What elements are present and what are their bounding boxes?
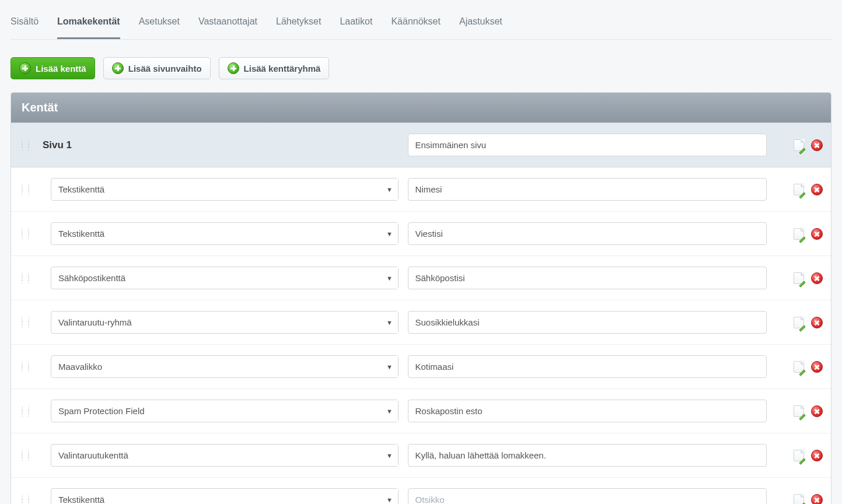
delete-icon[interactable] bbox=[811, 228, 823, 240]
row-actions bbox=[776, 228, 823, 240]
row-actions bbox=[776, 361, 823, 373]
fields-panel: Kentät ⋮⋮⋮⋮⋮⋮ Sivu 1 ⋮⋮⋮⋮⋮⋮Tekstikenttä▼… bbox=[11, 92, 831, 504]
page-row: ⋮⋮⋮⋮⋮⋮ Sivu 1 bbox=[11, 123, 831, 167]
tab-lomakekentät[interactable]: Lomakekentät bbox=[57, 16, 120, 39]
delete-icon[interactable] bbox=[811, 139, 823, 151]
toolbar: Lisää kenttä Lisää sivunvaihto Lisää ken… bbox=[11, 40, 831, 92]
tab-käännökset[interactable]: Käännökset bbox=[391, 16, 441, 39]
tab-asetukset[interactable]: Asetukset bbox=[139, 16, 180, 39]
edit-icon[interactable] bbox=[794, 272, 804, 284]
edit-icon[interactable] bbox=[794, 228, 804, 240]
tab-vastaanottajat[interactable]: Vastaanottajat bbox=[198, 16, 257, 39]
field-row: ⋮⋮⋮⋮⋮⋮Tekstikenttä▼ bbox=[11, 212, 831, 256]
field-type-select[interactable]: Maavalikko bbox=[51, 355, 399, 378]
field-type-select[interactable]: Sähköpostikenttä bbox=[51, 267, 399, 289]
field-label-input[interactable] bbox=[408, 222, 767, 245]
field-label-input[interactable] bbox=[408, 267, 767, 289]
field-type-select[interactable]: Tekstikenttä bbox=[51, 488, 399, 504]
field-row: ⋮⋮⋮⋮⋮⋮Valintaruutukenttä▼ bbox=[11, 433, 831, 478]
delete-icon[interactable] bbox=[811, 405, 823, 417]
edit-icon[interactable] bbox=[794, 450, 804, 461]
field-row: ⋮⋮⋮⋮⋮⋮Spam Protection Field▼ bbox=[11, 389, 831, 433]
page-label: Sivu 1 bbox=[39, 139, 399, 151]
drag-handle-icon[interactable]: ⋮⋮⋮⋮⋮⋮ bbox=[19, 495, 26, 504]
field-row: ⋮⋮⋮⋮⋮⋮Tekstikenttä▼ bbox=[11, 478, 831, 504]
drag-handle-icon[interactable]: ⋮⋮⋮⋮⋮⋮ bbox=[19, 141, 26, 149]
plus-icon bbox=[228, 62, 239, 74]
drag-handle-icon[interactable]: ⋮⋮⋮⋮⋮⋮ bbox=[19, 362, 26, 371]
tab-lähetykset[interactable]: Lähetykset bbox=[276, 16, 321, 39]
row-actions bbox=[776, 494, 823, 505]
tab-laatikot[interactable]: Laatikot bbox=[340, 16, 372, 39]
drag-handle-icon[interactable]: ⋮⋮⋮⋮⋮⋮ bbox=[19, 451, 26, 460]
row-actions bbox=[776, 405, 823, 417]
field-label-input[interactable] bbox=[408, 311, 767, 334]
add-field-button[interactable]: Lisää kenttä bbox=[11, 57, 95, 79]
field-label-input[interactable] bbox=[408, 444, 767, 467]
field-type-select[interactable]: Valintaruutukenttä bbox=[51, 444, 399, 467]
edit-icon[interactable] bbox=[794, 494, 804, 505]
field-type-select[interactable]: Valintaruutu-ryhmä bbox=[51, 311, 399, 334]
add-pagebreak-button[interactable]: Lisää sivunvaihto bbox=[103, 57, 211, 79]
tab-sisältö[interactable]: Sisältö bbox=[11, 16, 39, 39]
edit-icon[interactable] bbox=[794, 405, 804, 417]
drag-handle-icon[interactable]: ⋮⋮⋮⋮⋮⋮ bbox=[19, 229, 26, 238]
delete-icon[interactable] bbox=[811, 494, 823, 505]
delete-icon[interactable] bbox=[811, 450, 823, 461]
page-name-input[interactable] bbox=[408, 134, 767, 156]
row-actions bbox=[776, 317, 823, 328]
field-type-select[interactable]: Spam Protection Field bbox=[51, 400, 399, 422]
field-row: ⋮⋮⋮⋮⋮⋮Tekstikenttä▼ bbox=[11, 167, 831, 212]
field-label-input[interactable] bbox=[408, 488, 767, 504]
plus-icon bbox=[112, 62, 124, 74]
tab-bar: SisältöLomakekentätAsetuksetVastaanottaj… bbox=[11, 0, 831, 40]
drag-handle-icon[interactable]: ⋮⋮⋮⋮⋮⋮ bbox=[19, 274, 26, 282]
edit-icon[interactable] bbox=[794, 139, 804, 151]
field-row: ⋮⋮⋮⋮⋮⋮Maavalikko▼ bbox=[11, 345, 831, 389]
delete-icon[interactable] bbox=[811, 184, 823, 195]
plus-icon bbox=[19, 62, 31, 74]
edit-icon[interactable] bbox=[794, 317, 804, 328]
row-actions bbox=[776, 450, 823, 461]
add-fieldgroup-button[interactable]: Lisää kenttäryhmä bbox=[219, 57, 330, 79]
field-label-input[interactable] bbox=[408, 355, 767, 378]
add-fieldgroup-label: Lisää kenttäryhmä bbox=[244, 64, 321, 74]
field-type-select[interactable]: Tekstikenttä bbox=[51, 178, 399, 201]
field-row: ⋮⋮⋮⋮⋮⋮Valintaruutu-ryhmä▼ bbox=[11, 300, 831, 345]
tab-ajastukset[interactable]: Ajastukset bbox=[459, 16, 502, 39]
field-row: ⋮⋮⋮⋮⋮⋮Sähköpostikenttä▼ bbox=[11, 256, 831, 300]
drag-handle-icon[interactable]: ⋮⋮⋮⋮⋮⋮ bbox=[19, 407, 26, 415]
add-field-label: Lisää kenttä bbox=[36, 64, 86, 74]
panel-title: Kentät bbox=[11, 93, 831, 123]
field-label-input[interactable] bbox=[408, 400, 767, 422]
edit-icon[interactable] bbox=[794, 184, 804, 195]
add-pagebreak-label: Lisää sivunvaihto bbox=[128, 64, 202, 74]
row-actions bbox=[776, 272, 823, 284]
delete-icon[interactable] bbox=[811, 317, 823, 328]
delete-icon[interactable] bbox=[811, 361, 823, 373]
row-actions bbox=[776, 139, 823, 151]
edit-icon[interactable] bbox=[794, 361, 804, 373]
row-actions bbox=[776, 184, 823, 195]
delete-icon[interactable] bbox=[811, 272, 823, 284]
drag-handle-icon[interactable]: ⋮⋮⋮⋮⋮⋮ bbox=[19, 318, 26, 327]
drag-handle-icon[interactable]: ⋮⋮⋮⋮⋮⋮ bbox=[19, 185, 26, 194]
field-type-select[interactable]: Tekstikenttä bbox=[51, 222, 399, 245]
field-label-input[interactable] bbox=[408, 178, 767, 201]
